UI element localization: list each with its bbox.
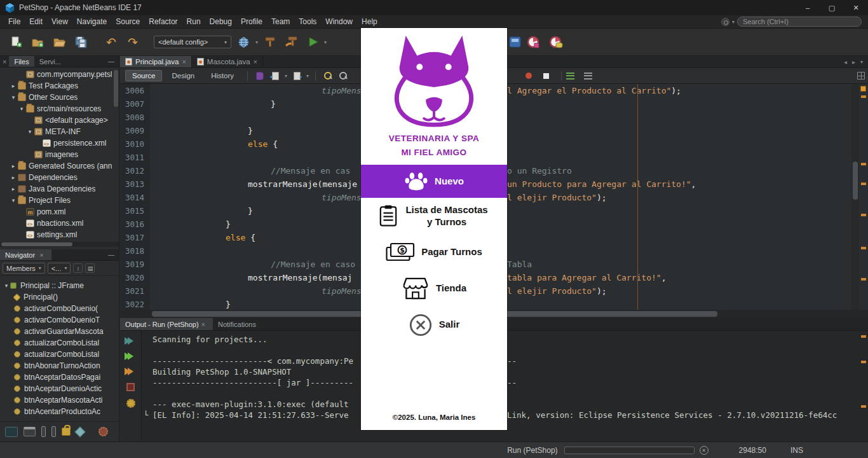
save-all-button[interactable] (71, 32, 90, 52)
sort-members-icon[interactable]: ↕ (73, 263, 83, 273)
navigator-member[interactable]: activarComboDuenioT (0, 314, 119, 326)
open-project-button[interactable] (50, 32, 69, 52)
find-selection-icon[interactable] (322, 70, 334, 81)
redo-button[interactable]: ↷ (123, 32, 142, 52)
maven-settings-icon[interactable] (126, 399, 135, 408)
tree-item[interactable]: ▸Generated Sources (ann (0, 160, 119, 172)
collapse-arrow-icon[interactable]: ▾ (26, 128, 34, 135)
menu-file[interactable]: File (4, 16, 25, 27)
rerun-with-goals-icon[interactable] (128, 352, 133, 360)
tree-item[interactable]: mpom.xml (0, 206, 119, 218)
back-caret-icon[interactable]: ▾ (285, 73, 287, 79)
diamond-icon[interactable] (75, 426, 86, 437)
navigator-member[interactable]: activarGuardarMascota (0, 326, 119, 337)
expand-arrow-icon[interactable]: ▸ (10, 186, 17, 192)
view-source-button[interactable]: Source (125, 70, 162, 81)
output-tab-notifications[interactable]: Notifications (213, 318, 261, 330)
forward-caret-icon[interactable]: ▾ (306, 73, 309, 79)
collapse-arrow-icon[interactable]: ▾ (10, 94, 17, 101)
gear-icon[interactable] (98, 427, 108, 436)
back-icon[interactable] (269, 70, 281, 81)
tree-item[interactable]: persistence.xml (0, 137, 119, 149)
search-scope-icon[interactable] (721, 18, 729, 26)
minimize-navigator-icon[interactable]: — (104, 251, 119, 258)
navigator-root[interactable]: ▾ Principal :: JFrame (0, 280, 119, 291)
close-tab-icon[interactable]: × (199, 321, 208, 328)
forward-icon[interactable] (291, 70, 302, 81)
quick-search-input[interactable]: Search (Ctrl+I) (737, 17, 862, 27)
menu-team[interactable]: Team (267, 16, 294, 27)
tree-item[interactable]: ▾Other Sources (0, 92, 119, 103)
warning-mark-icon[interactable] (861, 163, 866, 165)
new-project-button[interactable] (28, 32, 47, 52)
menu-help[interactable]: Help (357, 16, 382, 27)
editor-tab-principal.java[interactable]: Principal.java× (120, 56, 192, 67)
tree-item[interactable]: ▸Test Packages (0, 80, 119, 92)
profile-sql-button[interactable] (546, 32, 566, 52)
menu-profile[interactable]: Profile (236, 16, 267, 27)
tree-item[interactable]: ▸Dependencies (0, 172, 119, 183)
run-caret-icon[interactable]: ▾ (324, 39, 327, 45)
collapse-left-icon[interactable] (41, 426, 46, 437)
tree-item[interactable]: nbactions.xml (0, 218, 119, 229)
menu-view[interactable]: View (47, 16, 72, 27)
tree-item[interactable]: ▾META-INF (0, 126, 119, 137)
warning-mark-icon[interactable] (861, 95, 866, 98)
stop-build-icon[interactable] (126, 383, 135, 391)
run-project-button[interactable] (304, 32, 323, 52)
rerun-icon[interactable] (128, 337, 133, 345)
view-design-button[interactable]: Design (165, 70, 201, 81)
editor-tab-mascota.java[interactable]: Mascota.java× (192, 56, 263, 67)
warning-mark-icon[interactable] (861, 214, 866, 216)
filter-members-icon[interactable]: ▤ (85, 263, 95, 273)
menu-edit[interactable]: Edit (25, 16, 47, 27)
navigator-member[interactable]: btnAbonarTurnoAction (0, 360, 119, 371)
navigator-member[interactable]: btnAcentarProductoAc (0, 406, 119, 417)
editor-vertical-scrollbar[interactable] (851, 84, 859, 310)
tab-files[interactable]: Files (9, 56, 34, 67)
tab-services[interactable]: Servi... (34, 56, 66, 67)
tree-item[interactable]: <default package> (0, 114, 119, 126)
minimize-panel-icon[interactable]: — (104, 58, 119, 65)
navigator-member[interactable]: activarComboDuenio( (0, 303, 119, 314)
collapse-arrow-icon[interactable]: ▾ (3, 282, 10, 289)
navigator-member[interactable]: actualizarComboListal (0, 349, 119, 360)
close-navigator-icon[interactable]: × (37, 251, 46, 259)
menu-navigate[interactable]: Navigate (72, 16, 111, 27)
menu-debug[interactable]: Debug (205, 16, 236, 27)
menu-run[interactable]: Run (182, 16, 205, 27)
app-menu-pagar[interactable]: $Pagar Turnos (361, 234, 507, 270)
uncomment-icon[interactable] (582, 70, 593, 81)
web-browser-caret-icon[interactable]: ▾ (255, 39, 258, 45)
scrollbar-thumb[interactable] (1, 242, 72, 246)
warning-mark-icon[interactable] (861, 183, 866, 185)
warning-mark-icon[interactable] (861, 278, 866, 281)
collapse-arrow-icon[interactable]: ▾ (18, 106, 25, 112)
close-button[interactable]: ✕ (844, 0, 868, 15)
record-macro-icon[interactable] (523, 70, 534, 81)
warning-mark-icon[interactable] (861, 361, 866, 363)
app-menu-tienda[interactable]: Tienda (361, 270, 507, 307)
web-browser-button[interactable] (234, 32, 253, 52)
view-history-button[interactable]: History (204, 70, 241, 81)
navigator-member[interactable]: btnAceptarMascotaActi (0, 394, 119, 406)
comment-icon[interactable] (564, 70, 576, 81)
build-project-button[interactable] (261, 32, 280, 52)
tab-navigator[interactable]: Navigator × (0, 249, 51, 260)
expand-arrow-icon[interactable]: ▸ (10, 83, 17, 89)
output-tab-output-run-petshop-[interactable]: Output - Run (PetShop) × (120, 318, 213, 330)
warning-mark-icon[interactable] (861, 405, 866, 408)
tree-item[interactable]: ▾src/main/resources (0, 103, 119, 114)
close-tab-icon[interactable]: × (254, 58, 257, 66)
expand-arrow-icon[interactable]: ▸ (10, 174, 17, 181)
clean-build-project-button[interactable] (282, 32, 301, 52)
scroll-tabs-right-icon[interactable]: ▸ (852, 59, 855, 66)
navigator-member[interactable]: actualizarComboListal (0, 337, 119, 349)
tree-item[interactable]: imagenes (0, 149, 119, 160)
debug-project-button[interactable] (506, 32, 525, 52)
close-tab-icon[interactable]: × (182, 58, 186, 66)
docked-window-icon[interactable] (24, 427, 36, 436)
find-icon[interactable] (337, 70, 349, 81)
profile-project-button[interactable] (524, 32, 543, 52)
maximize-button[interactable]: ▢ (820, 0, 844, 15)
